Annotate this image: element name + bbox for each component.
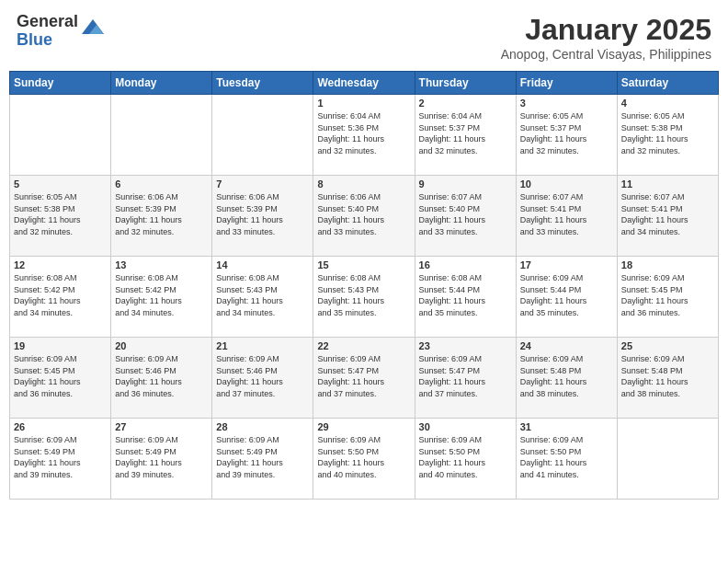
month-title: January 2025 <box>501 13 711 47</box>
calendar-cell: 10Sunrise: 6:07 AM Sunset: 5:41 PM Dayli… <box>516 176 617 257</box>
day-info: Sunrise: 6:08 AM Sunset: 5:43 PM Dayligh… <box>317 272 410 318</box>
calendar-cell: 23Sunrise: 6:09 AM Sunset: 5:47 PM Dayli… <box>415 338 516 419</box>
day-number: 27 <box>115 421 208 432</box>
week-row-3: 12Sunrise: 6:08 AM Sunset: 5:42 PM Dayli… <box>10 257 719 338</box>
day-number: 17 <box>520 259 613 270</box>
day-number: 19 <box>14 340 107 351</box>
day-number: 14 <box>216 259 309 270</box>
calendar-cell: 8Sunrise: 6:06 AM Sunset: 5:40 PM Daylig… <box>313 176 415 257</box>
calendar-cell: 31Sunrise: 6:09 AM Sunset: 5:50 PM Dayli… <box>516 419 617 500</box>
day-number: 18 <box>621 259 714 270</box>
logo-icon <box>82 16 104 38</box>
title-block: January 2025 Anopog, Central Visayas, Ph… <box>501 13 711 62</box>
day-info: Sunrise: 6:07 AM Sunset: 5:40 PM Dayligh… <box>419 191 512 237</box>
calendar-cell: 15Sunrise: 6:08 AM Sunset: 5:43 PM Dayli… <box>313 257 415 338</box>
day-number: 15 <box>317 259 410 270</box>
logo: General Blue <box>17 13 104 50</box>
day-number: 5 <box>14 178 107 190</box>
calendar-cell: 27Sunrise: 6:09 AM Sunset: 5:49 PM Dayli… <box>111 419 212 500</box>
calendar-cell: 7Sunrise: 6:06 AM Sunset: 5:39 PM Daylig… <box>212 176 313 257</box>
calendar-cell <box>212 95 313 176</box>
day-number: 24 <box>520 340 613 351</box>
weekday-sunday: Sunday <box>10 72 111 95</box>
day-info: Sunrise: 6:07 AM Sunset: 5:41 PM Dayligh… <box>621 191 714 237</box>
calendar-cell <box>617 419 718 500</box>
calendar-cell: 25Sunrise: 6:09 AM Sunset: 5:48 PM Dayli… <box>617 338 718 419</box>
calendar-cell: 1Sunrise: 6:04 AM Sunset: 5:36 PM Daylig… <box>313 95 415 176</box>
calendar-cell: 2Sunrise: 6:04 AM Sunset: 5:37 PM Daylig… <box>415 95 516 176</box>
day-number: 11 <box>621 178 714 190</box>
calendar-cell: 9Sunrise: 6:07 AM Sunset: 5:40 PM Daylig… <box>415 176 516 257</box>
day-info: Sunrise: 6:09 AM Sunset: 5:47 PM Dayligh… <box>317 353 410 399</box>
calendar-cell: 13Sunrise: 6:08 AM Sunset: 5:42 PM Dayli… <box>111 257 212 338</box>
day-info: Sunrise: 6:09 AM Sunset: 5:50 PM Dayligh… <box>520 434 613 480</box>
calendar-cell: 19Sunrise: 6:09 AM Sunset: 5:45 PM Dayli… <box>10 338 111 419</box>
day-number: 31 <box>520 421 613 432</box>
calendar-cell: 17Sunrise: 6:09 AM Sunset: 5:44 PM Dayli… <box>516 257 617 338</box>
calendar-cell: 11Sunrise: 6:07 AM Sunset: 5:41 PM Dayli… <box>617 176 718 257</box>
day-info: Sunrise: 6:04 AM Sunset: 5:36 PM Dayligh… <box>317 110 410 156</box>
calendar-cell: 22Sunrise: 6:09 AM Sunset: 5:47 PM Dayli… <box>313 338 415 419</box>
day-info: Sunrise: 6:09 AM Sunset: 5:50 PM Dayligh… <box>317 434 410 480</box>
day-number: 28 <box>216 421 309 432</box>
day-info: Sunrise: 6:06 AM Sunset: 5:39 PM Dayligh… <box>216 191 309 237</box>
day-info: Sunrise: 6:07 AM Sunset: 5:41 PM Dayligh… <box>520 191 613 237</box>
logo-blue: Blue <box>17 31 78 50</box>
calendar-cell: 4Sunrise: 6:05 AM Sunset: 5:38 PM Daylig… <box>617 95 718 176</box>
weekday-saturday: Saturday <box>617 72 718 95</box>
day-number: 6 <box>115 178 208 190</box>
day-number: 13 <box>115 259 208 270</box>
day-number: 10 <box>520 178 613 190</box>
day-info: Sunrise: 6:05 AM Sunset: 5:37 PM Dayligh… <box>520 110 613 156</box>
day-info: Sunrise: 6:08 AM Sunset: 5:44 PM Dayligh… <box>419 272 512 318</box>
calendar-cell: 12Sunrise: 6:08 AM Sunset: 5:42 PM Dayli… <box>10 257 111 338</box>
day-info: Sunrise: 6:06 AM Sunset: 5:39 PM Dayligh… <box>115 191 208 237</box>
calendar-cell: 18Sunrise: 6:09 AM Sunset: 5:45 PM Dayli… <box>617 257 718 338</box>
week-row-5: 26Sunrise: 6:09 AM Sunset: 5:49 PM Dayli… <box>10 419 719 500</box>
day-number: 25 <box>621 340 714 351</box>
day-number: 7 <box>216 178 309 190</box>
day-info: Sunrise: 6:09 AM Sunset: 5:46 PM Dayligh… <box>216 353 309 399</box>
calendar-cell: 21Sunrise: 6:09 AM Sunset: 5:46 PM Dayli… <box>212 338 313 419</box>
day-number: 3 <box>520 98 613 109</box>
day-number: 26 <box>14 421 107 432</box>
calendar: SundayMondayTuesdayWednesdayThursdayFrid… <box>9 71 719 500</box>
day-info: Sunrise: 6:04 AM Sunset: 5:37 PM Dayligh… <box>419 110 512 156</box>
calendar-cell: 30Sunrise: 6:09 AM Sunset: 5:50 PM Dayli… <box>415 419 516 500</box>
day-info: Sunrise: 6:08 AM Sunset: 5:42 PM Dayligh… <box>14 272 107 318</box>
weekday-header-row: SundayMondayTuesdayWednesdayThursdayFrid… <box>10 72 719 95</box>
calendar-cell: 20Sunrise: 6:09 AM Sunset: 5:46 PM Dayli… <box>111 338 212 419</box>
day-number: 22 <box>317 340 410 351</box>
day-info: Sunrise: 6:08 AM Sunset: 5:43 PM Dayligh… <box>216 272 309 318</box>
day-number: 21 <box>216 340 309 351</box>
day-info: Sunrise: 6:09 AM Sunset: 5:49 PM Dayligh… <box>14 434 107 480</box>
day-info: Sunrise: 6:09 AM Sunset: 5:47 PM Dayligh… <box>419 353 512 399</box>
calendar-cell: 14Sunrise: 6:08 AM Sunset: 5:43 PM Dayli… <box>212 257 313 338</box>
day-number: 23 <box>419 340 512 351</box>
day-info: Sunrise: 6:09 AM Sunset: 5:48 PM Dayligh… <box>520 353 613 399</box>
day-info: Sunrise: 6:09 AM Sunset: 5:50 PM Dayligh… <box>419 434 512 480</box>
weekday-monday: Monday <box>111 72 212 95</box>
day-info: Sunrise: 6:06 AM Sunset: 5:40 PM Dayligh… <box>317 191 410 237</box>
day-number: 4 <box>621 98 714 109</box>
weekday-thursday: Thursday <box>415 72 516 95</box>
calendar-cell: 24Sunrise: 6:09 AM Sunset: 5:48 PM Dayli… <box>516 338 617 419</box>
calendar-cell <box>10 95 111 176</box>
day-info: Sunrise: 6:09 AM Sunset: 5:46 PM Dayligh… <box>115 353 208 399</box>
calendar-cell: 16Sunrise: 6:08 AM Sunset: 5:44 PM Dayli… <box>415 257 516 338</box>
day-number: 29 <box>317 421 410 432</box>
logo-general: General <box>17 13 78 31</box>
weekday-wednesday: Wednesday <box>313 72 415 95</box>
day-number: 16 <box>419 259 512 270</box>
calendar-cell: 6Sunrise: 6:06 AM Sunset: 5:39 PM Daylig… <box>111 176 212 257</box>
header: General Blue January 2025 Anopog, Centra… <box>9 9 719 65</box>
day-number: 9 <box>419 178 512 190</box>
day-info: Sunrise: 6:09 AM Sunset: 5:45 PM Dayligh… <box>14 353 107 399</box>
day-info: Sunrise: 6:09 AM Sunset: 5:45 PM Dayligh… <box>621 272 714 318</box>
logo-text: General Blue <box>17 13 78 50</box>
day-number: 8 <box>317 178 410 190</box>
day-number: 12 <box>14 259 107 270</box>
day-info: Sunrise: 6:09 AM Sunset: 5:49 PM Dayligh… <box>216 434 309 480</box>
day-info: Sunrise: 6:09 AM Sunset: 5:44 PM Dayligh… <box>520 272 613 318</box>
week-row-4: 19Sunrise: 6:09 AM Sunset: 5:45 PM Dayli… <box>10 338 719 419</box>
